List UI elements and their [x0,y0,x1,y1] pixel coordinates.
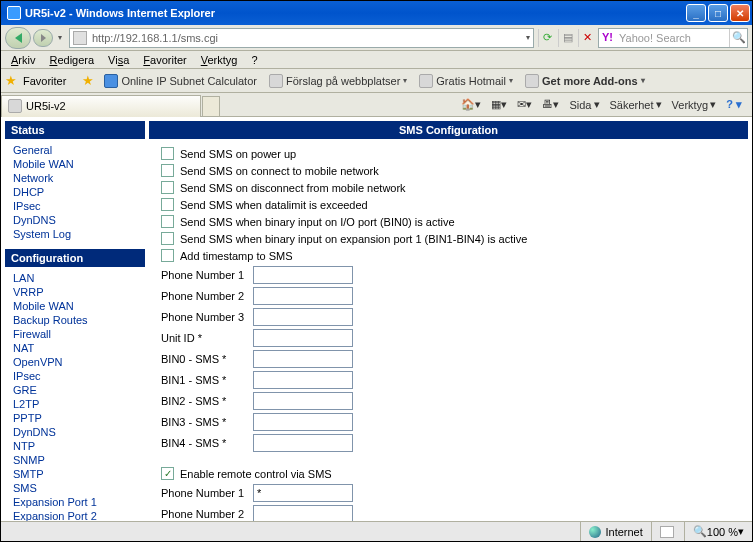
input-pn2[interactable] [253,287,353,305]
sidebar-item-exp2[interactable]: Expansion Port 2 [13,509,145,521]
favorites-bar: ★ Favoriter ★ Online IP Subnet Calculato… [1,69,752,93]
chk-powerup[interactable] [161,147,174,160]
page-menu[interactable]: Sida ▾ [565,95,603,115]
lbl-remote: Enable remote control via SMS [180,468,332,480]
site-icon [525,74,539,88]
tab-icon [8,99,22,113]
sidebar-item-firewall[interactable]: Firewall [13,327,145,341]
sidebar-item-mwan2[interactable]: Mobile WAN [13,299,145,313]
lbl-pn2: Phone Number 2 [161,290,253,302]
sidebar-item-nat[interactable]: NAT [13,341,145,355]
sidebar-item-ipsec[interactable]: IPsec [13,199,145,213]
search-box[interactable]: Y! Yahoo! Search 🔍 [598,28,748,48]
lbl-connect: Send SMS on connect to mobile network [180,165,379,177]
chk-bin0[interactable] [161,215,174,228]
sidebar-item-smtp[interactable]: SMTP [13,467,145,481]
sidebar: Status General Mobile WAN Network DHCP I… [5,121,145,517]
input-pn3[interactable] [253,308,353,326]
page-content: Status General Mobile WAN Network DHCP I… [1,117,752,521]
favorite-addons[interactable]: Get more Add-ons▾ [521,73,649,89]
safety-menu[interactable]: Säkerhet ▾ [606,95,666,115]
sidebar-item-gre[interactable]: GRE [13,383,145,397]
compat-button[interactable]: ▤ [558,29,576,47]
input-rpn2[interactable] [253,505,353,521]
input-b1[interactable] [253,371,353,389]
window-titlebar: UR5i-v2 - Windows Internet Explorer _ □ … [1,1,752,25]
input-unit[interactable] [253,329,353,347]
sidebar-item-dyndns[interactable]: DynDNS [13,213,145,227]
chk-datalimit[interactable] [161,198,174,211]
site-icon [269,74,283,88]
sidebar-item-systemlog[interactable]: System Log [13,227,145,241]
favorites-label[interactable]: Favoriter [23,75,66,87]
menu-help[interactable]: ? [245,53,263,67]
sidebar-status-links: General Mobile WAN Network DHCP IPsec Dy… [5,139,145,249]
sidebar-item-dhcp[interactable]: DHCP [13,185,145,199]
favorite-hotmail[interactable]: Gratis Hotmail▾ [415,73,517,89]
sidebar-item-exp1[interactable]: Expansion Port 1 [13,495,145,509]
input-pn1[interactable] [253,266,353,284]
print-button[interactable]: 🖶▾ [538,95,563,115]
sidebar-item-network[interactable]: Network [13,171,145,185]
minimize-button[interactable]: _ [686,4,706,22]
menu-redigera[interactable]: Redigera [43,53,100,67]
refresh-button[interactable]: ⟳ [538,29,556,47]
tools-menu[interactable]: Verktyg ▾ [668,95,721,115]
sidebar-item-lan[interactable]: LAN [13,271,145,285]
input-b0[interactable] [253,350,353,368]
chk-connect[interactable] [161,164,174,177]
page-icon [73,31,87,45]
history-dropdown[interactable] [55,33,65,42]
sidebar-item-vrrp[interactable]: VRRP [13,285,145,299]
menu-visa[interactable]: Visa [102,53,135,67]
sidebar-item-backup[interactable]: Backup Routes [13,313,145,327]
new-tab-button[interactable] [202,96,220,116]
input-b2[interactable] [253,392,353,410]
sidebar-item-mobilewan[interactable]: Mobile WAN [13,157,145,171]
address-text: http://192.168.1.1/sms.cgi [90,32,523,44]
globe-icon [589,526,601,538]
chk-timestamp[interactable] [161,249,174,262]
chk-disconnect[interactable] [161,181,174,194]
search-go-button[interactable]: 🔍 [729,29,747,47]
help-button[interactable]: ? ▾ [722,95,746,115]
address-bar[interactable]: http://192.168.1.1/sms.cgi [69,28,534,48]
feeds-button[interactable]: ▦▾ [487,95,511,115]
site-icon [104,74,118,88]
status-zoom[interactable]: 🔍 100 % ▾ [684,522,752,541]
forward-button[interactable] [33,29,53,47]
sidebar-item-sms[interactable]: SMS [13,481,145,495]
sidebar-item-ntp[interactable]: NTP [13,439,145,453]
address-dropdown[interactable] [523,33,533,42]
lbl-b0: BIN0 - SMS * [161,353,253,365]
menu-favoriter[interactable]: Favoriter [137,53,192,67]
sidebar-config-links: LAN VRRP Mobile WAN Backup Routes Firewa… [5,267,145,521]
tab-current[interactable]: UR5i-v2 [1,95,201,117]
home-button[interactable]: 🏠▾ [457,95,485,115]
back-button[interactable] [5,27,31,49]
sidebar-item-pptp[interactable]: PPTP [13,411,145,425]
sidebar-item-l2tp[interactable]: L2TP [13,397,145,411]
menu-arkiv[interactable]: Arkiv [5,53,41,67]
main-panel: SMS Configuration Send SMS on power up S… [149,121,748,517]
sidebar-item-dyndns2[interactable]: DynDNS [13,425,145,439]
input-b4[interactable] [253,434,353,452]
mail-button[interactable]: ✉▾ [513,95,536,115]
input-b3[interactable] [253,413,353,431]
input-rpn1[interactable] [253,484,353,502]
favorite-ipcalc[interactable]: Online IP Subnet Calculator [100,73,261,89]
status-protected-mode [651,522,684,541]
sidebar-item-snmp[interactable]: SNMP [13,453,145,467]
maximize-button[interactable]: □ [708,4,728,22]
chk-remote[interactable] [161,467,174,480]
sidebar-item-openvpn[interactable]: OpenVPN [13,355,145,369]
menu-verktyg[interactable]: Verktyg [195,53,244,67]
favorite-suggested[interactable]: Förslag på webbplatser▾ [265,73,411,89]
arrow-right-icon [41,34,46,42]
lbl-bin0: Send SMS when binary input on I/O port (… [180,216,455,228]
chk-binexp[interactable] [161,232,174,245]
sidebar-item-ipsec2[interactable]: IPsec [13,369,145,383]
sidebar-item-general[interactable]: General [13,143,145,157]
stop-button[interactable]: ✕ [578,29,596,47]
close-button[interactable]: ✕ [730,4,750,22]
